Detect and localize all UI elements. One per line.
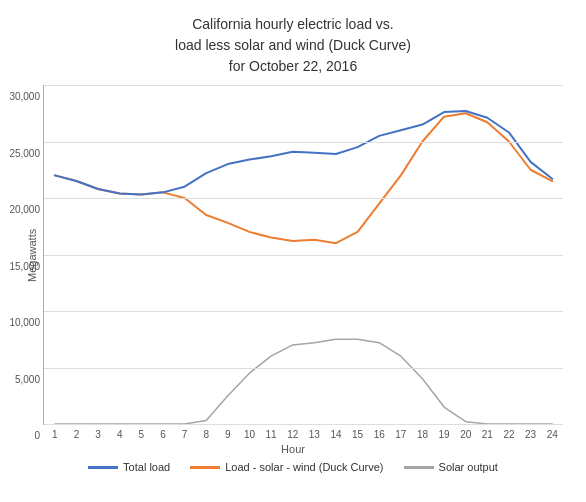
legend-item-solar: Solar output: [404, 461, 498, 473]
legend-label-total-load: Total load: [123, 461, 170, 473]
title-line3: for October 22, 2016: [229, 58, 357, 74]
chart-title: California hourly electric load vs. load…: [175, 14, 411, 77]
chart-container: Megawatts 05,00010,00015,00020,00025,000…: [23, 85, 563, 425]
legend-line-total-load: [88, 466, 118, 469]
legend-label-solar: Solar output: [439, 461, 498, 473]
legend: Total load Load - solar - wind (Duck Cur…: [88, 461, 498, 473]
legend-item-total-load: Total load: [88, 461, 170, 473]
legend-line-duck-curve: [190, 466, 220, 469]
x-axis-label: Hour: [281, 443, 305, 455]
legend-label-duck-curve: Load - solar - wind (Duck Curve): [225, 461, 383, 473]
chart-inner: 05,00010,00015,00020,00025,00030,0001234…: [43, 85, 563, 425]
title-line2: load less solar and wind (Duck Curve): [175, 37, 411, 53]
legend-line-solar: [404, 466, 434, 469]
legend-item-duck-curve: Load - solar - wind (Duck Curve): [190, 461, 383, 473]
title-line1: California hourly electric load vs.: [192, 16, 394, 32]
